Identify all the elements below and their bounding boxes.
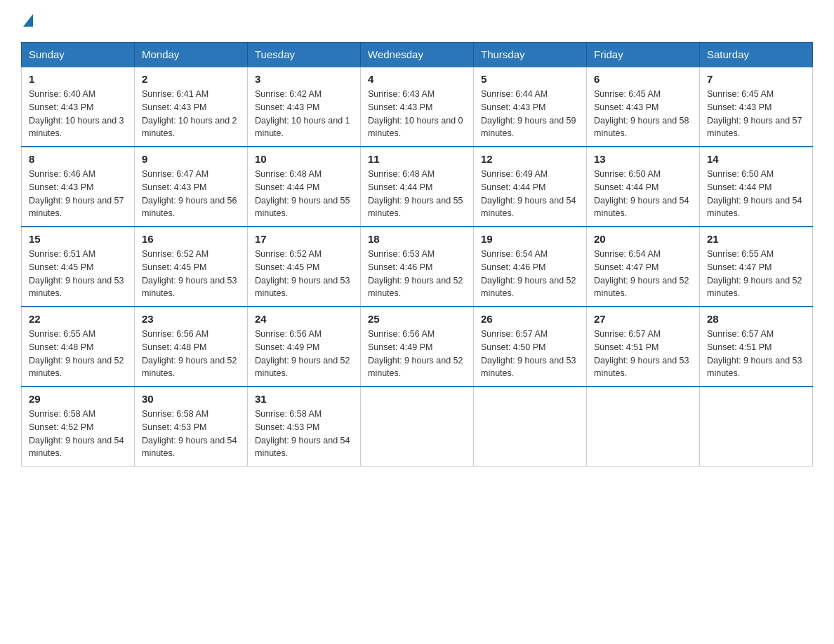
day-info: Sunrise: 6:47 AMSunset: 4:43 PMDaylight:… [142,168,240,220]
day-number: 1 [29,73,127,85]
day-number: 3 [255,73,353,85]
day-number: 8 [29,153,127,165]
calendar-cell: 18Sunrise: 6:53 AMSunset: 4:46 PMDayligh… [361,227,474,307]
day-number: 2 [142,73,240,85]
calendar-cell: 21Sunrise: 6:55 AMSunset: 4:47 PMDayligh… [700,227,813,307]
day-info: Sunrise: 6:55 AMSunset: 4:48 PMDaylight:… [29,328,127,380]
weekday-header-friday: Friday [587,43,700,67]
week-row-1: 1Sunrise: 6:40 AMSunset: 4:43 PMDaylight… [22,67,813,147]
day-info: Sunrise: 6:51 AMSunset: 4:45 PMDaylight:… [29,248,127,300]
weekday-header-row: SundayMondayTuesdayWednesdayThursdayFrid… [22,43,813,67]
calendar-cell: 30Sunrise: 6:58 AMSunset: 4:53 PMDayligh… [135,387,248,467]
day-info: Sunrise: 6:44 AMSunset: 4:43 PMDaylight:… [481,88,579,140]
calendar-cell: 10Sunrise: 6:48 AMSunset: 4:44 PMDayligh… [248,147,361,227]
weekday-header-sunday: Sunday [22,43,135,67]
day-number: 6 [594,73,692,85]
week-row-3: 15Sunrise: 6:51 AMSunset: 4:45 PMDayligh… [22,227,813,307]
calendar-cell [587,387,700,467]
day-info: Sunrise: 6:58 AMSunset: 4:53 PMDaylight:… [142,408,240,460]
logo [21,14,33,28]
day-info: Sunrise: 6:54 AMSunset: 4:46 PMDaylight:… [481,248,579,300]
week-row-5: 29Sunrise: 6:58 AMSunset: 4:52 PMDayligh… [22,387,813,467]
day-info: Sunrise: 6:54 AMSunset: 4:47 PMDaylight:… [594,248,692,300]
day-number: 24 [255,313,353,325]
day-info: Sunrise: 6:53 AMSunset: 4:46 PMDaylight:… [368,248,466,300]
day-number: 13 [594,153,692,165]
calendar-cell: 22Sunrise: 6:55 AMSunset: 4:48 PMDayligh… [22,307,135,387]
weekday-header-saturday: Saturday [700,43,813,67]
day-number: 21 [707,233,805,245]
calendar-cell: 5Sunrise: 6:44 AMSunset: 4:43 PMDaylight… [474,67,587,147]
calendar-cell: 14Sunrise: 6:50 AMSunset: 4:44 PMDayligh… [700,147,813,227]
day-number: 10 [255,153,353,165]
day-number: 7 [707,73,805,85]
day-number: 19 [481,233,579,245]
weekday-header-wednesday: Wednesday [361,43,474,67]
day-info: Sunrise: 6:50 AMSunset: 4:44 PMDaylight:… [707,168,805,220]
calendar-cell: 4Sunrise: 6:43 AMSunset: 4:43 PMDaylight… [361,67,474,147]
day-info: Sunrise: 6:55 AMSunset: 4:47 PMDaylight:… [707,248,805,300]
day-info: Sunrise: 6:58 AMSunset: 4:52 PMDaylight:… [29,408,127,460]
calendar-cell: 13Sunrise: 6:50 AMSunset: 4:44 PMDayligh… [587,147,700,227]
day-number: 16 [142,233,240,245]
day-number: 29 [29,393,127,405]
day-number: 20 [594,233,692,245]
day-number: 26 [481,313,579,325]
day-info: Sunrise: 6:46 AMSunset: 4:43 PMDaylight:… [29,168,127,220]
day-number: 25 [368,313,466,325]
calendar-cell: 6Sunrise: 6:45 AMSunset: 4:43 PMDaylight… [587,67,700,147]
day-info: Sunrise: 6:52 AMSunset: 4:45 PMDaylight:… [142,248,240,300]
calendar-table: SundayMondayTuesdayWednesdayThursdayFrid… [21,42,813,467]
day-info: Sunrise: 6:45 AMSunset: 4:43 PMDaylight:… [594,88,692,140]
day-number: 23 [142,313,240,325]
day-info: Sunrise: 6:49 AMSunset: 4:44 PMDaylight:… [481,168,579,220]
page-header [21,14,813,28]
calendar-cell: 27Sunrise: 6:57 AMSunset: 4:51 PMDayligh… [587,307,700,387]
calendar-cell: 23Sunrise: 6:56 AMSunset: 4:48 PMDayligh… [135,307,248,387]
day-info: Sunrise: 6:52 AMSunset: 4:45 PMDaylight:… [255,248,353,300]
calendar-cell: 20Sunrise: 6:54 AMSunset: 4:47 PMDayligh… [587,227,700,307]
day-number: 9 [142,153,240,165]
day-info: Sunrise: 6:56 AMSunset: 4:49 PMDaylight:… [255,328,353,380]
day-number: 31 [255,393,353,405]
week-row-4: 22Sunrise: 6:55 AMSunset: 4:48 PMDayligh… [22,307,813,387]
calendar-cell [700,387,813,467]
calendar-cell: 31Sunrise: 6:58 AMSunset: 4:53 PMDayligh… [248,387,361,467]
logo-arrow-icon [23,14,33,27]
day-number: 30 [142,393,240,405]
day-number: 15 [29,233,127,245]
day-info: Sunrise: 6:43 AMSunset: 4:43 PMDaylight:… [368,88,466,140]
weekday-header-monday: Monday [135,43,248,67]
calendar-cell: 15Sunrise: 6:51 AMSunset: 4:45 PMDayligh… [22,227,135,307]
calendar-cell: 19Sunrise: 6:54 AMSunset: 4:46 PMDayligh… [474,227,587,307]
day-number: 4 [368,73,466,85]
day-number: 27 [594,313,692,325]
calendar-cell: 29Sunrise: 6:58 AMSunset: 4:52 PMDayligh… [22,387,135,467]
day-info: Sunrise: 6:48 AMSunset: 4:44 PMDaylight:… [368,168,466,220]
day-info: Sunrise: 6:56 AMSunset: 4:49 PMDaylight:… [368,328,466,380]
day-info: Sunrise: 6:57 AMSunset: 4:51 PMDaylight:… [707,328,805,380]
day-info: Sunrise: 6:40 AMSunset: 4:43 PMDaylight:… [29,88,127,140]
calendar-cell [361,387,474,467]
day-number: 11 [368,153,466,165]
day-number: 18 [368,233,466,245]
calendar-cell: 2Sunrise: 6:41 AMSunset: 4:43 PMDaylight… [135,67,248,147]
day-info: Sunrise: 6:56 AMSunset: 4:48 PMDaylight:… [142,328,240,380]
weekday-header-thursday: Thursday [474,43,587,67]
calendar-cell [474,387,587,467]
calendar-cell: 7Sunrise: 6:45 AMSunset: 4:43 PMDaylight… [700,67,813,147]
calendar-cell: 8Sunrise: 6:46 AMSunset: 4:43 PMDaylight… [22,147,135,227]
day-number: 12 [481,153,579,165]
day-number: 5 [481,73,579,85]
calendar-cell: 1Sunrise: 6:40 AMSunset: 4:43 PMDaylight… [22,67,135,147]
calendar-cell: 28Sunrise: 6:57 AMSunset: 4:51 PMDayligh… [700,307,813,387]
week-row-2: 8Sunrise: 6:46 AMSunset: 4:43 PMDaylight… [22,147,813,227]
day-info: Sunrise: 6:57 AMSunset: 4:51 PMDaylight:… [594,328,692,380]
calendar-cell: 16Sunrise: 6:52 AMSunset: 4:45 PMDayligh… [135,227,248,307]
calendar-cell: 24Sunrise: 6:56 AMSunset: 4:49 PMDayligh… [248,307,361,387]
day-number: 14 [707,153,805,165]
day-info: Sunrise: 6:45 AMSunset: 4:43 PMDaylight:… [707,88,805,140]
calendar-cell: 25Sunrise: 6:56 AMSunset: 4:49 PMDayligh… [361,307,474,387]
day-info: Sunrise: 6:57 AMSunset: 4:50 PMDaylight:… [481,328,579,380]
day-info: Sunrise: 6:42 AMSunset: 4:43 PMDaylight:… [255,88,353,140]
